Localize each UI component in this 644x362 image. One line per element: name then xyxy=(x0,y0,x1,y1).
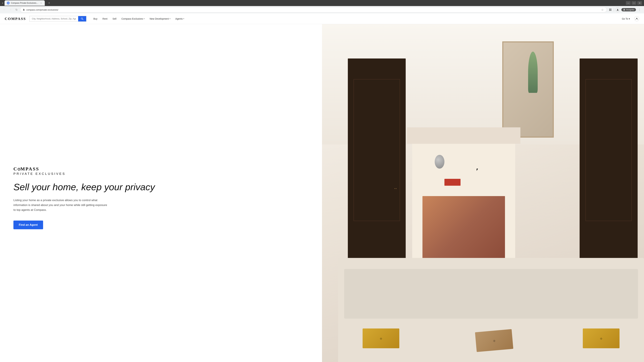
divider xyxy=(614,8,614,11)
svg-point-7 xyxy=(617,9,618,10)
goto-caret: ▾ xyxy=(629,17,630,20)
vase xyxy=(528,52,538,93)
incognito-badge: Incognito xyxy=(621,8,636,11)
forward-button[interactable]: → xyxy=(8,7,13,12)
svg-line-12 xyxy=(82,19,83,20)
pillow-center xyxy=(475,329,513,352)
nav-agents[interactable]: Agents ▾ xyxy=(173,16,187,21)
svg-point-10 xyxy=(624,9,625,9)
sofa xyxy=(338,258,644,362)
nav-links: Buy Rent Sell Compass Exclusives ▾ New D… xyxy=(91,16,186,21)
svg-point-9 xyxy=(624,9,624,9)
room-illustration xyxy=(322,24,644,362)
more-options-button[interactable]: ⋮ xyxy=(637,7,642,12)
sphere-decor xyxy=(435,155,444,169)
minimize-button[interactable]: ─ xyxy=(626,1,630,5)
fireplace-mantel xyxy=(407,127,520,144)
search-button[interactable] xyxy=(78,16,86,21)
nav-buy[interactable]: Buy xyxy=(91,16,100,21)
new-development-caret: ▾ xyxy=(170,18,170,19)
site-navbar: COMPASS Buy Rent Sell Compass Exclusives… xyxy=(0,13,644,24)
window-controls: ─ □ ✕ xyxy=(626,1,642,5)
find-agent-button[interactable]: Find an Agent xyxy=(14,221,43,229)
refresh-button[interactable]: ↻ xyxy=(14,7,19,12)
bookmark-icon[interactable]: ☆ xyxy=(600,7,604,12)
nav-new-development[interactable]: New Development ▾ xyxy=(147,16,172,21)
pillow-right xyxy=(583,329,620,348)
profile-icon[interactable] xyxy=(634,16,639,21)
nav-sell[interactable]: Sell xyxy=(110,16,119,21)
brand-header: CMPASS PRIVATE EXCLUSIVES xyxy=(14,166,308,176)
user-icon xyxy=(636,17,638,20)
hero-image xyxy=(322,24,644,362)
hero-heading: Sell your home, keep your privacy xyxy=(14,182,308,192)
agents-caret: ▾ xyxy=(183,18,184,19)
hero-brand-name: CMPASS xyxy=(14,166,308,172)
red-accent xyxy=(444,179,460,186)
new-tab-button[interactable]: + xyxy=(47,1,52,5)
fireplace-opening xyxy=(422,196,505,265)
brand-o-circle xyxy=(18,168,20,170)
goto-button[interactable]: Go To ▾ xyxy=(620,16,632,21)
close-button[interactable]: ✕ xyxy=(637,1,642,5)
hero-brand-sub: PRIVATE EXCLUSIVES xyxy=(14,172,308,176)
profile-avatar[interactable] xyxy=(615,7,620,12)
lock-icon xyxy=(23,8,25,11)
back-button[interactable]: ← xyxy=(2,7,7,12)
compass-exclusives-caret: ▾ xyxy=(144,18,144,19)
search-input[interactable] xyxy=(30,16,78,21)
svg-rect-3 xyxy=(609,9,610,9)
hero-left: CMPASS PRIVATE EXCLUSIVES Sell your home… xyxy=(0,24,322,362)
search-area xyxy=(29,16,86,22)
search-icon xyxy=(81,17,84,20)
hero-section: CMPASS PRIVATE EXCLUSIVES Sell your home… xyxy=(0,24,644,362)
active-tab[interactable]: Compass Private Exclusives - Se... × xyxy=(4,0,45,6)
url-input[interactable] xyxy=(26,8,599,11)
tab-favicon xyxy=(7,2,10,4)
svg-rect-4 xyxy=(610,9,611,9)
browser-titlebar: ▾ Compass Private Exclusives - Se... × +… xyxy=(0,0,644,6)
maximize-button[interactable]: □ xyxy=(632,1,636,5)
nav-compass-exclusives[interactable]: Compass Exclusives ▾ xyxy=(119,16,147,21)
tab-label: Compass Private Exclusives - Se... xyxy=(11,2,38,4)
address-bar-row: ← → ↻ ☆ Incognito ⋮ xyxy=(0,6,644,13)
nav-rent[interactable]: Rent xyxy=(100,16,110,21)
svg-rect-6 xyxy=(610,10,611,11)
extensions-icon[interactable] xyxy=(608,7,612,12)
fireplace xyxy=(412,127,515,265)
pillow-left xyxy=(362,329,399,348)
browser-frame: ▾ Compass Private Exclusives - Se... × +… xyxy=(0,0,644,13)
tab-switcher[interactable]: ▾ xyxy=(2,2,3,4)
svg-rect-5 xyxy=(609,10,610,11)
tab-close-button[interactable]: × xyxy=(40,2,42,4)
incognito-label: Incognito xyxy=(626,8,634,11)
hero-body: Listing your home as a private exclusive… xyxy=(14,198,107,213)
site-logo[interactable]: COMPASS xyxy=(5,16,26,21)
address-box[interactable]: ☆ xyxy=(20,7,607,12)
